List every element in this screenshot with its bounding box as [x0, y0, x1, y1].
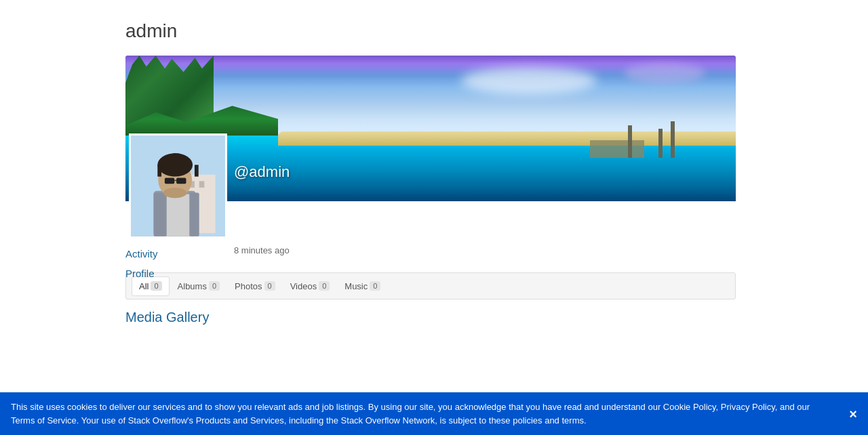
sidebar-nav: Activity Profile: [125, 244, 248, 283]
svg-rect-3: [199, 181, 205, 188]
svg-rect-11: [195, 165, 199, 176]
svg-rect-7: [189, 193, 199, 236]
activity-link[interactable]: Activity: [125, 244, 248, 264]
svg-point-15: [163, 188, 187, 198]
profile-area: @admin: [125, 56, 736, 332]
profile-link[interactable]: Profile: [125, 264, 248, 283]
tab-music[interactable]: Music 0: [338, 277, 387, 295]
cookie-text: This site uses cookies to deliver our se…: [11, 402, 810, 426]
avatar: [129, 133, 227, 239]
cookie-close-button[interactable]: ×: [849, 406, 857, 421]
page-title: admin: [0, 0, 868, 56]
sidebar: Activity Profile: [125, 244, 248, 283]
svg-rect-10: [157, 165, 161, 176]
svg-rect-13: [176, 178, 186, 184]
svg-rect-12: [165, 178, 174, 184]
svg-point-9: [157, 153, 193, 177]
svg-rect-6: [154, 193, 167, 236]
cover-container: @admin: [125, 56, 736, 201]
sidebar-item-activity[interactable]: Activity: [125, 244, 248, 264]
sidebar-item-profile[interactable]: Profile: [125, 264, 248, 283]
tab-videos[interactable]: Videos 0: [283, 277, 337, 295]
cookie-banner: This site uses cookies to deliver our se…: [0, 392, 868, 435]
media-gallery-title: Media Gallery: [125, 299, 736, 332]
avatar-image: [131, 136, 225, 236]
main-layout: @admin: [0, 56, 868, 332]
profile-username-overlay: @admin: [234, 163, 290, 181]
